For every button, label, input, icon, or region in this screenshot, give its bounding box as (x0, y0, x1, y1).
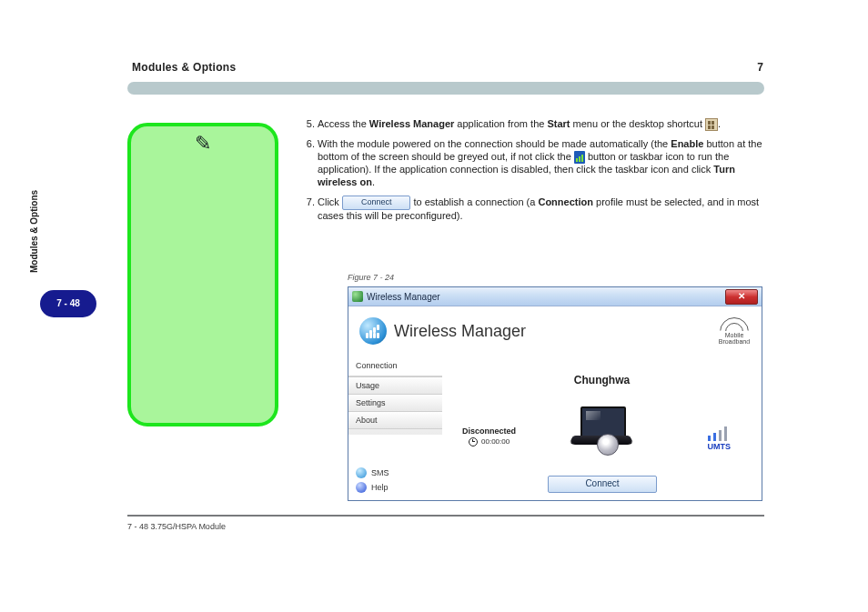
window-title: Wireless Manager (367, 292, 440, 302)
laptop-icon (570, 406, 633, 452)
side-tabs: Connection Usage Settings About SMS Help (348, 356, 443, 500)
carrier-name: Chunghwa (442, 374, 762, 386)
clock-icon (469, 437, 478, 446)
signal-logo-icon (359, 317, 387, 345)
sms-icon (356, 467, 367, 478)
pen-icon: ✎ (131, 132, 275, 156)
signal-bars-icon (708, 426, 730, 441)
tab-settings[interactable]: Settings (348, 395, 442, 412)
tab-usage[interactable]: Usage (348, 376, 442, 395)
status-block: Disconnected 00:00:00 (462, 426, 516, 446)
instruction-item: Access the Wireless Manager application … (318, 118, 765, 131)
connect-button[interactable]: Connect (548, 476, 657, 493)
figure-caption: Figure 7 - 24 (348, 273, 394, 282)
instruction-list: Access the Wireless Manager application … (305, 118, 765, 229)
broadband-arc-icon (718, 317, 751, 332)
title-bar: Wireless Manager ✕ (348, 287, 762, 306)
footer-divider (127, 515, 764, 517)
wireless-manager-taskbar-icon (574, 151, 585, 164)
help-icon (356, 482, 367, 493)
connection-panel: Chunghwa Disconnected 00:00:00 UMTS Conn… (442, 356, 762, 500)
network-type: UMTS (708, 426, 732, 451)
app-icon (352, 291, 363, 302)
page-number-badge: 7 - 48 (40, 290, 96, 317)
desktop-shortcut-icon (705, 118, 718, 131)
wireless-manager-window: Wireless Manager ✕ Wireless Manager Mobi… (348, 286, 762, 501)
header-left: Modules & Options (132, 61, 769, 74)
help-link[interactable]: Help (348, 480, 442, 495)
tab-connection[interactable]: Connection (348, 356, 442, 376)
tab-about[interactable]: About (348, 412, 442, 429)
header-divider (127, 82, 764, 95)
instruction-item: With the module powered on the connectio… (318, 138, 765, 188)
clock-value: 00:00:00 (462, 437, 516, 446)
app-header: Wireless Manager Mobile Broadband (348, 306, 762, 356)
sms-link[interactable]: SMS (348, 466, 442, 480)
instruction-item: Click Connect to establish a connection … (318, 196, 765, 222)
header-right: 7 (757, 61, 763, 74)
status-text: Disconnected (462, 426, 516, 436)
app-title: Wireless Manager (394, 322, 526, 341)
side-section-label: Modules & Options (29, 190, 39, 273)
mobile-broadband-badge: Mobile Broadband (718, 317, 751, 345)
note-box: ✎ (127, 123, 278, 426)
close-button[interactable]: ✕ (725, 289, 758, 305)
page-footer: 7 - 48 3.75G/HSPA Module (127, 522, 764, 531)
connect-button-inline: Connect (342, 196, 411, 209)
